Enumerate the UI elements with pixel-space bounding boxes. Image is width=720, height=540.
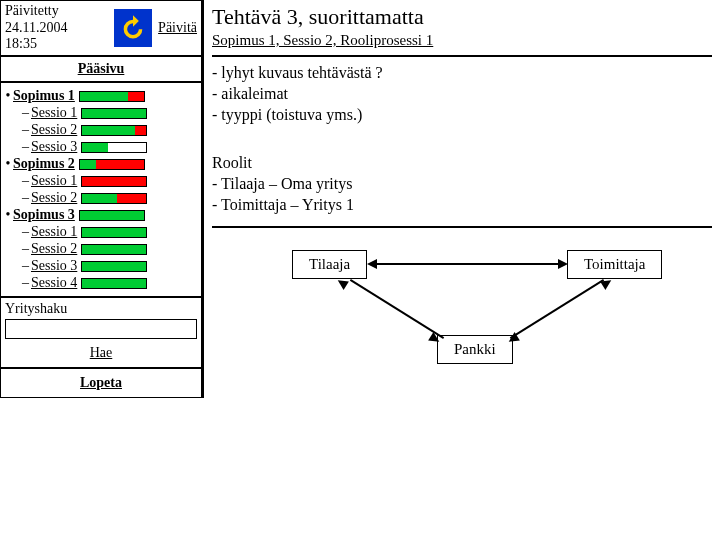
nav-s3-sessio-4[interactable]: Sessio 4 [31,275,77,291]
nav-s2-sessio-2[interactable]: Sessio 2 [31,190,77,206]
updated-date: 24.11.2004 [5,20,114,37]
node-pankki: Pankki [437,335,513,364]
nav-s1-sessio-3[interactable]: Sessio 3 [31,139,77,155]
search-button[interactable]: Hae [90,345,113,360]
updated-label: Päivitetty [5,3,114,20]
search-input[interactable] [5,319,197,339]
nav-s2-sessio-1[interactable]: Sessio 1 [31,173,77,189]
nav-s1-sessio-1[interactable]: Sessio 1 [31,105,77,121]
node-toimittaja: Toimittaja [567,250,662,279]
nav-s3-sessio-3[interactable]: Sessio 3 [31,258,77,274]
nav-tree: •Sopimus 1 –Sessio 1 –Sessio 2 –Sessio 3… [0,82,202,297]
nav-sopimus-1[interactable]: Sopimus 1 [13,88,75,104]
lopeta-link[interactable]: Lopeta [80,375,122,390]
paasivu-link[interactable]: Pääsivu [78,61,125,76]
nav-s3-sessio-2[interactable]: Sessio 2 [31,241,77,257]
node-tilaaja: Tilaaja [292,250,367,279]
updated-time: 18:35 [5,36,114,53]
breadcrumb[interactable]: Sopimus 1, Sessio 2, Rooliprosessi 1 [212,32,712,49]
nav-sopimus-2[interactable]: Sopimus 2 [13,156,75,172]
nav-sopimus-3[interactable]: Sopimus 3 [13,207,75,223]
refresh-icon[interactable] [114,9,152,47]
nav-s1-sessio-2[interactable]: Sessio 2 [31,122,77,138]
task-title: Tehtävä 3, suorittamatta [212,4,712,30]
role-diagram: Tilaaja Toimittaja Pankki [212,240,712,390]
roles-block: Roolit - Tilaaja – Oma yritys - Toimitta… [212,153,712,215]
task-description: - lyhyt kuvaus tehtävästä ? - aikaleimat… [212,63,712,125]
search-label: Yrityshaku [5,301,197,317]
nav-s3-sessio-1[interactable]: Sessio 1 [31,224,77,240]
refresh-link[interactable]: Päivitä [158,20,197,36]
